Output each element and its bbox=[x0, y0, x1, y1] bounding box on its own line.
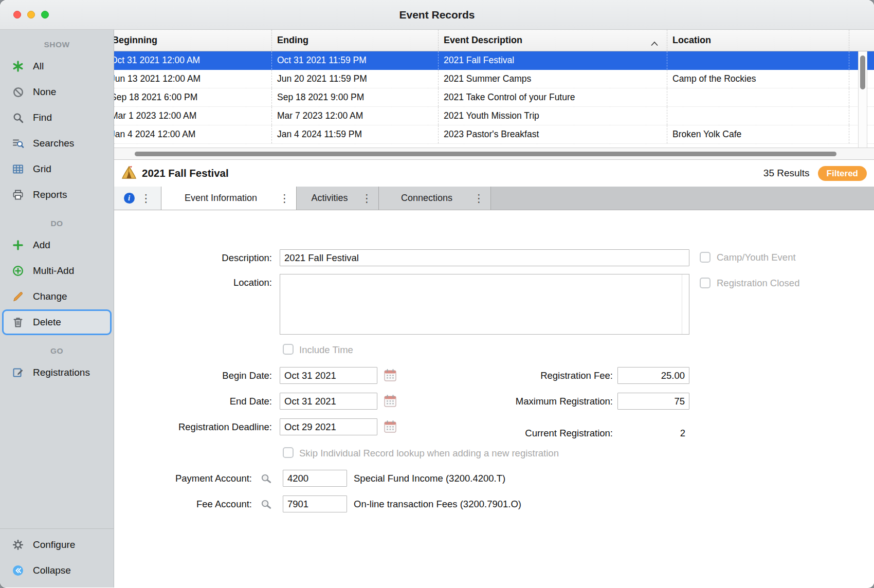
location-label: Location: bbox=[140, 274, 272, 291]
registration-fee-label: Registration Fee: bbox=[423, 367, 613, 384]
vertical-scrollbar[interactable] bbox=[858, 51, 867, 148]
account-lookup-icon[interactable] bbox=[260, 473, 272, 487]
description-field[interactable] bbox=[280, 249, 689, 266]
gear-icon bbox=[10, 538, 26, 552]
filtered-badge[interactable]: Filtered bbox=[818, 166, 867, 181]
tab-bar: Event Information Activities Connections bbox=[114, 187, 874, 210]
sidebar-item-label: Multi-Add bbox=[33, 265, 74, 277]
pencil-icon bbox=[10, 289, 26, 304]
collapse-chevrons-icon bbox=[10, 563, 26, 578]
record-header: 2021 Fall Festival 35 Results Filtered bbox=[114, 160, 874, 187]
skip-lookup-label: Skip Individual Record lookup when addin… bbox=[299, 448, 559, 458]
sidebar-item-none[interactable]: None bbox=[0, 79, 114, 105]
sidebar-item-label: Grid bbox=[33, 163, 51, 175]
sidebar-item-label: Reports bbox=[33, 189, 67, 200]
location-field-scroll-gutter bbox=[682, 274, 682, 334]
calendar-icon[interactable] bbox=[384, 369, 397, 384]
maximum-registration-field[interactable] bbox=[617, 393, 689, 410]
begin-date-label: Begin Date: bbox=[140, 367, 272, 384]
horizontal-scrollbar-thumb[interactable] bbox=[135, 152, 836, 156]
saved-searches-icon bbox=[10, 136, 26, 151]
search-icon bbox=[10, 111, 26, 125]
skip-lookup-checkbox[interactable] bbox=[283, 447, 294, 458]
maximum-registration-label: Maximum Registration: bbox=[423, 393, 613, 410]
record-info-segment bbox=[114, 187, 161, 210]
calendar-icon[interactable] bbox=[384, 394, 397, 410]
registration-closed-label: Registration Closed bbox=[717, 278, 799, 288]
registration-deadline-field[interactable] bbox=[280, 418, 377, 435]
title-bar: Event Records bbox=[0, 0, 874, 30]
registration-deadline-label: Registration Deadline: bbox=[140, 418, 272, 435]
column-header-ending[interactable]: Ending bbox=[271, 30, 438, 51]
info-icon[interactable] bbox=[124, 193, 135, 204]
sort-ascending-icon bbox=[650, 38, 659, 49]
tab-menu-kebab-icon[interactable] bbox=[474, 193, 484, 204]
horizontal-scrollbar[interactable] bbox=[114, 148, 874, 159]
sidebar-divider bbox=[0, 528, 114, 529]
registration-closed-checkbox[interactable] bbox=[700, 278, 711, 288]
calendar-icon[interactable] bbox=[384, 420, 397, 436]
tab-event-information[interactable]: Event Information bbox=[161, 187, 297, 210]
fee-account-description: On-line transaction Fees (3200.7901.O) bbox=[354, 495, 521, 512]
plus-icon bbox=[10, 238, 26, 252]
camp-youth-event-label: Camp/Youth Event bbox=[717, 252, 796, 263]
sidebar-item-label: Delete bbox=[33, 317, 61, 328]
sidebar-item-label: All bbox=[33, 61, 44, 72]
sidebar-section-show: SHOW bbox=[0, 36, 114, 53]
location-field[interactable] bbox=[280, 274, 689, 335]
sidebar-item-all[interactable]: All bbox=[0, 53, 114, 79]
sidebar-item-reports[interactable]: Reports bbox=[0, 182, 114, 208]
column-header-location[interactable]: Location bbox=[667, 30, 849, 51]
table-row[interactable]: Sep 18 2021 6:00 PM Sep 18 2021 9:00 PM … bbox=[114, 88, 874, 107]
sidebar-item-label: None bbox=[33, 86, 56, 98]
window-title: Event Records bbox=[0, 0, 874, 29]
event-information-form: Description: Camp/Youth Event Registrati… bbox=[114, 210, 874, 587]
sidebar-item-label: Add bbox=[33, 240, 50, 251]
asterisk-icon bbox=[10, 59, 26, 74]
camp-youth-event-checkbox[interactable] bbox=[700, 252, 711, 263]
vertical-scrollbar-thumb[interactable] bbox=[860, 56, 865, 89]
payment-account-description: Special Fund Income (3200.4200.T) bbox=[354, 470, 505, 487]
tab-menu-kebab-icon[interactable] bbox=[361, 193, 372, 204]
fee-account-field[interactable] bbox=[283, 495, 347, 512]
account-lookup-icon[interactable] bbox=[260, 499, 272, 513]
column-header-beginning[interactable]: Beginning bbox=[114, 30, 271, 51]
description-label: Description: bbox=[140, 249, 272, 266]
tab-activities[interactable]: Activities bbox=[297, 187, 379, 210]
table-row[interactable]: Oct 31 2021 12:00 AM Oct 31 2021 11:59 P… bbox=[114, 51, 874, 70]
circle-plus-icon bbox=[10, 264, 26, 278]
printer-icon bbox=[10, 188, 26, 202]
sidebar-item-searches[interactable]: Searches bbox=[0, 131, 114, 156]
sidebar-item-add[interactable]: Add bbox=[0, 232, 114, 258]
tab-connections[interactable]: Connections bbox=[379, 187, 491, 210]
sidebar-section-go: GO bbox=[0, 342, 114, 360]
close-window-button[interactable] bbox=[13, 11, 21, 19]
sidebar-item-change[interactable]: Change bbox=[0, 284, 114, 309]
current-registration-label: Current Registration: bbox=[423, 425, 613, 442]
column-header-event-description[interactable]: Event Description bbox=[438, 30, 667, 51]
current-registration-value: 2 bbox=[617, 425, 685, 442]
table-row[interactable]: Jan 4 2024 12:00 AM Jan 4 2024 11:59 PM … bbox=[114, 125, 874, 144]
zoom-window-button[interactable] bbox=[41, 11, 49, 19]
include-time-checkbox[interactable] bbox=[283, 344, 294, 355]
sidebar-item-registrations[interactable]: Registrations bbox=[0, 360, 114, 385]
sidebar-item-multi-add[interactable]: Multi-Add bbox=[0, 258, 114, 284]
results-count: 35 Results bbox=[763, 168, 810, 179]
sidebar-item-find[interactable]: Find bbox=[0, 105, 114, 131]
tab-menu-kebab-icon[interactable] bbox=[279, 193, 290, 204]
sidebar-item-collapse[interactable]: Collapse bbox=[0, 558, 114, 583]
end-date-field[interactable] bbox=[280, 393, 377, 410]
table-row[interactable]: Mar 1 2023 12:00 AM Mar 7 2023 12:00 AM … bbox=[114, 107, 874, 125]
table-row[interactable]: Jun 13 2021 12:00 AM Jun 20 2021 11:59 P… bbox=[114, 70, 874, 88]
sidebar-item-configure[interactable]: Configure bbox=[0, 532, 114, 558]
sidebar-item-grid[interactable]: Grid bbox=[0, 156, 114, 182]
sidebar-item-label: Collapse bbox=[33, 565, 71, 576]
end-date-label: End Date: bbox=[140, 393, 272, 410]
minimize-window-button[interactable] bbox=[27, 11, 35, 19]
sidebar-item-delete[interactable]: Delete bbox=[2, 309, 112, 335]
info-menu-kebab-icon[interactable] bbox=[141, 193, 152, 204]
sidebar-section-do: DO bbox=[0, 215, 114, 232]
payment-account-field[interactable] bbox=[283, 470, 347, 487]
begin-date-field[interactable] bbox=[280, 367, 377, 384]
registration-fee-field[interactable] bbox=[617, 367, 689, 384]
